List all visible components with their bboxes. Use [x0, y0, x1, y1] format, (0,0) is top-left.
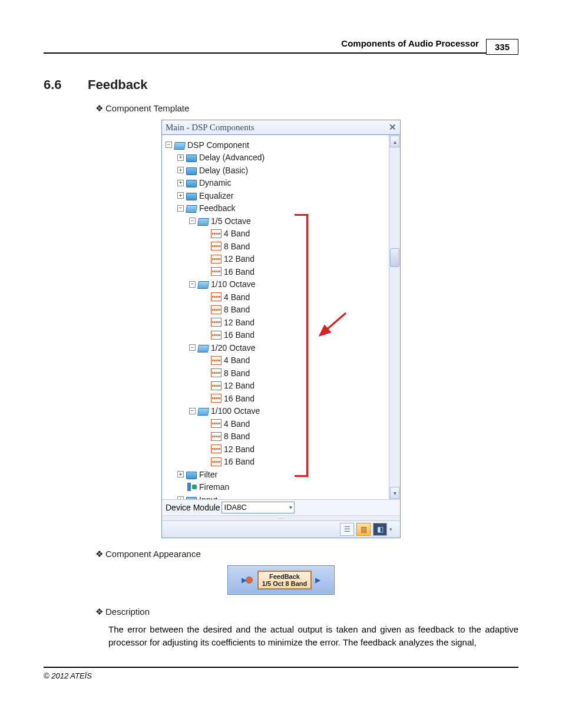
component-icon [211, 318, 222, 327]
subheading-template: ❖Component Template [95, 103, 518, 114]
component-icon [211, 305, 222, 314]
tree-leaf-4band[interactable]: 4 Band [166, 228, 386, 241]
folder-icon [186, 496, 197, 499]
tree-leaf-12band[interactable]: 12 Band [166, 253, 386, 266]
tree-leaf-16band[interactable]: 16 Band [166, 265, 386, 278]
tree-node-oct-1-10[interactable]: −1/10 Octave [166, 278, 386, 291]
section-heading: 6.6 Feedback [44, 77, 518, 93]
page-footer: © 2012 ATEÏS [44, 667, 518, 680]
device-module-row: Device Module IDA8C [162, 499, 400, 515]
folder-open-icon [198, 407, 209, 415]
toolbar-columns-button[interactable]: ▥ [356, 523, 371, 536]
folder-icon [186, 166, 197, 174]
tree-leaf-4band[interactable]: 4 Band [166, 354, 386, 367]
fireman-icon [187, 483, 197, 491]
tree-leaf-16band[interactable]: 16 Band [166, 392, 386, 405]
scroll-up-button[interactable]: ▴ [390, 136, 399, 147]
vertical-scrollbar[interactable]: ▴ ▾ [389, 135, 400, 499]
tree-node-filter[interactable]: +Filter [166, 468, 386, 481]
toolbar-list-button[interactable]: ☰ [340, 523, 354, 536]
component-icon [211, 419, 222, 428]
subheading-description: ❖Description [95, 607, 518, 617]
device-module-select[interactable]: IDA8C [222, 502, 295, 513]
expand-toggle[interactable]: + [177, 471, 184, 477]
component-indicator-icon [246, 577, 253, 584]
tree-node-equalizer[interactable]: +Equalizer [166, 189, 386, 202]
tree-node-fireman[interactable]: Fireman [166, 481, 386, 494]
expand-toggle[interactable]: + [177, 167, 184, 173]
collapse-toggle[interactable]: − [189, 218, 196, 224]
tree-node-oct-1-5[interactable]: −1/5 Octave [166, 215, 386, 228]
collapse-toggle[interactable]: − [189, 281, 196, 288]
expand-toggle[interactable]: + [177, 154, 184, 161]
expand-toggle[interactable]: + [177, 192, 184, 199]
tree-node-delay-advanced[interactable]: +Delay (Advanced) [166, 151, 386, 164]
bullet-diamond-icon: ❖ [95, 549, 103, 559]
page-header: Components of Audio Processor 335 [44, 35, 518, 54]
feedback-component-box[interactable]: FeedBack 1/5 Oct 8 Band [257, 571, 312, 589]
scroll-thumb[interactable] [390, 248, 399, 267]
component-icon [211, 229, 222, 238]
description-paragraph: The error between the desired and the ac… [108, 623, 518, 649]
tree-leaf-4band[interactable]: 4 Band [166, 291, 386, 304]
tree-leaf-12band[interactable]: 12 Band [166, 443, 386, 456]
header-title: Components of Audio Processor [341, 38, 479, 48]
tree-node-dynamic[interactable]: +Dynamic [166, 177, 386, 190]
component-icon [211, 255, 222, 263]
collapse-toggle[interactable]: − [189, 344, 196, 351]
component-icon [211, 242, 222, 251]
tree-node-oct-1-100[interactable]: −1/100 Octave [166, 405, 386, 418]
folder-icon [186, 179, 197, 187]
tree-leaf-8band[interactable]: 8 Band [166, 367, 386, 380]
component-icon [211, 356, 222, 365]
bullet-diamond-icon: ❖ [95, 103, 103, 114]
tree-leaf-8band[interactable]: 8 Band [166, 240, 386, 253]
tree-leaf-16band[interactable]: 16 Band [166, 329, 386, 342]
component-icon [211, 331, 222, 340]
panel-title-text: Main - DSP Components [166, 123, 254, 133]
panel-toolbar: ☰ ▥ ◧ ▾ [162, 521, 400, 538]
tree-leaf-16band[interactable]: 16 Band [166, 456, 386, 469]
annotation-bracket [295, 214, 308, 477]
subheading-appearance: ❖Component Appearance [95, 549, 518, 559]
tree-node-input[interactable]: +Input [166, 493, 386, 499]
tree-node-delay-basic[interactable]: +Delay (Basic) [166, 164, 386, 177]
component-icon [211, 381, 222, 390]
panel-titlebar: Main - DSP Components ✕ [162, 120, 400, 135]
toolbar-dropdown[interactable]: ▾ [389, 526, 396, 532]
component-icon [211, 292, 222, 301]
section-number: 6.6 [44, 77, 88, 93]
folder-icon [186, 153, 197, 162]
dsp-components-panel: Main - DSP Components ✕ −DSP Component +… [161, 120, 401, 538]
tree-leaf-8band[interactable]: 8 Band [166, 304, 386, 317]
tree-leaf-12band[interactable]: 12 Band [166, 380, 386, 393]
scroll-track[interactable] [389, 148, 400, 486]
tree-node-root[interactable]: −DSP Component [166, 139, 386, 151]
collapse-toggle[interactable]: − [189, 408, 196, 414]
panel-close-button[interactable]: ✕ [389, 122, 396, 133]
collapse-toggle[interactable]: − [166, 141, 172, 148]
tree-leaf-8band[interactable]: 8 Band [166, 430, 386, 443]
bullet-diamond-icon: ❖ [95, 607, 103, 617]
component-icon [211, 432, 222, 441]
component-title: FeedBack [262, 573, 307, 580]
panel-resize-grip[interactable]: ····· [162, 515, 400, 521]
tree-leaf-12band[interactable]: 12 Band [166, 316, 386, 329]
component-icon [211, 457, 222, 466]
tree-node-feedback[interactable]: −Feedback [166, 202, 386, 215]
expand-toggle[interactable]: + [177, 180, 184, 186]
tree-leaf-4band[interactable]: 4 Band [166, 417, 386, 430]
component-tree[interactable]: −DSP Component +Delay (Advanced) +Delay … [162, 135, 389, 499]
device-module-label: Device Module [166, 503, 220, 512]
expand-toggle[interactable]: + [177, 496, 184, 499]
component-subtitle: 1/5 Oct 8 Band [262, 580, 307, 587]
folder-open-icon [198, 280, 209, 288]
tree-node-oct-1-20[interactable]: −1/20 Octave [166, 341, 386, 354]
folder-open-icon [174, 141, 185, 149]
output-port-icon: ▶ [315, 576, 320, 584]
folder-icon [186, 470, 197, 479]
component-icon [211, 394, 222, 403]
collapse-toggle[interactable]: − [177, 205, 184, 212]
toolbar-settings-button[interactable]: ◧ [373, 523, 387, 536]
scroll-down-button[interactable]: ▾ [390, 487, 399, 499]
